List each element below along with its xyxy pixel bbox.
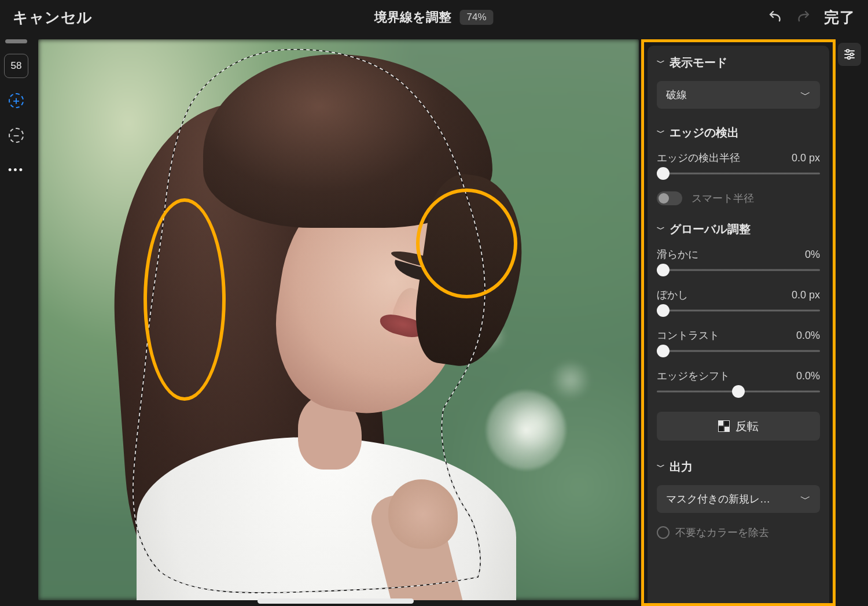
chevron-down-icon: ﹀ xyxy=(800,88,811,102)
add-to-selection-tool[interactable]: ＋ xyxy=(4,88,28,113)
chevron-down-icon: ﹀ xyxy=(657,128,665,138)
decontaminate-label: 不要なカラーを除去 xyxy=(675,526,769,540)
svg-point-1 xyxy=(847,50,849,53)
redo-button[interactable] xyxy=(795,9,812,26)
panel-toggle-button[interactable] xyxy=(838,43,861,66)
smart-radius-row: スマート半径 xyxy=(657,191,820,205)
contrast-label: コントラスト xyxy=(657,328,719,342)
invert-icon xyxy=(718,420,730,432)
smart-radius-toggle[interactable] xyxy=(657,191,682,205)
svg-point-5 xyxy=(848,57,851,60)
invert-label: 反転 xyxy=(735,419,759,434)
smart-radius-label: スマート半径 xyxy=(692,191,754,205)
cancel-button[interactable]: キャンセル xyxy=(13,8,93,28)
smooth-value: 0% xyxy=(805,249,820,261)
section-title-text: 表示モード xyxy=(670,55,727,71)
radio-icon xyxy=(657,526,670,539)
image-canvas[interactable] xyxy=(38,39,639,600)
section-title-text: 出力 xyxy=(670,459,693,475)
chevron-down-icon: ﹀ xyxy=(657,58,665,68)
section-title-text: グローバル調整 xyxy=(670,221,751,237)
contrast-value: 0.0% xyxy=(796,330,820,342)
shift-edge-slider[interactable] xyxy=(657,384,820,399)
left-toolbar: 58 ＋ － ••• xyxy=(0,35,32,606)
section-header-view-mode[interactable]: ﹀ 表示モード xyxy=(657,55,820,71)
output-select-value: マスク付きの新規レ… xyxy=(666,492,770,506)
more-tools-button[interactable]: ••• xyxy=(4,158,28,182)
chevron-down-icon: ﹀ xyxy=(657,224,665,235)
output-select[interactable]: マスク付きの新規レ… ﹀ xyxy=(657,485,820,513)
contrast-slider[interactable] xyxy=(657,343,820,359)
done-button[interactable]: 完了 xyxy=(824,8,855,28)
smooth-label: 滑らかに xyxy=(657,247,698,261)
feather-value: 0.0 px xyxy=(792,289,820,301)
brush-preview-handle[interactable] xyxy=(5,39,27,43)
shift-edge-value: 0.0% xyxy=(796,370,820,382)
section-header-output[interactable]: ﹀ 出力 xyxy=(657,459,820,475)
section-header-edge[interactable]: ﹀ エッジの検出 xyxy=(657,125,820,141)
edge-radius-slider[interactable] xyxy=(657,166,820,181)
home-indicator xyxy=(258,598,414,604)
refine-edge-panel-highlight: ﹀ 表示モード 破線 ﹀ ﹀ エッジの検出 エッジの検出半径 xyxy=(641,39,836,606)
refine-edge-panel: ﹀ 表示モード 破線 ﹀ ﹀ エッジの検出 エッジの検出半径 xyxy=(648,46,829,603)
smooth-slider[interactable] xyxy=(657,263,820,278)
view-mode-value: 破線 xyxy=(666,88,687,102)
zoom-level[interactable]: 74% xyxy=(459,10,493,25)
feather-label: ぼかし xyxy=(657,288,688,302)
edge-radius-value: 0.0 px xyxy=(792,152,820,164)
section-header-global[interactable]: ﹀ グローバル調整 xyxy=(657,221,820,237)
decontaminate-row[interactable]: 不要なカラーを除去 xyxy=(657,526,820,540)
section-title-text: エッジの検出 xyxy=(670,125,739,141)
canvas-area[interactable] xyxy=(32,35,639,606)
feather-slider[interactable] xyxy=(657,303,820,318)
top-bar: キャンセル 境界線を調整 74% 完了 xyxy=(0,0,868,35)
edge-radius-label: エッジの検出半径 xyxy=(657,151,740,165)
undo-button[interactable] xyxy=(766,9,784,26)
svg-point-3 xyxy=(851,53,854,56)
brush-size-value[interactable]: 58 xyxy=(4,54,28,78)
chevron-down-icon: ﹀ xyxy=(800,492,811,506)
view-mode-select[interactable]: 破線 ﹀ xyxy=(657,81,820,109)
invert-button[interactable]: 反転 xyxy=(657,412,820,441)
sliders-icon xyxy=(843,48,856,61)
chevron-down-icon: ﹀ xyxy=(657,462,665,472)
shift-edge-label: エッジをシフト xyxy=(657,369,730,383)
subtract-from-selection-tool[interactable]: － xyxy=(4,123,28,147)
page-title: 境界線を調整 xyxy=(374,9,451,26)
